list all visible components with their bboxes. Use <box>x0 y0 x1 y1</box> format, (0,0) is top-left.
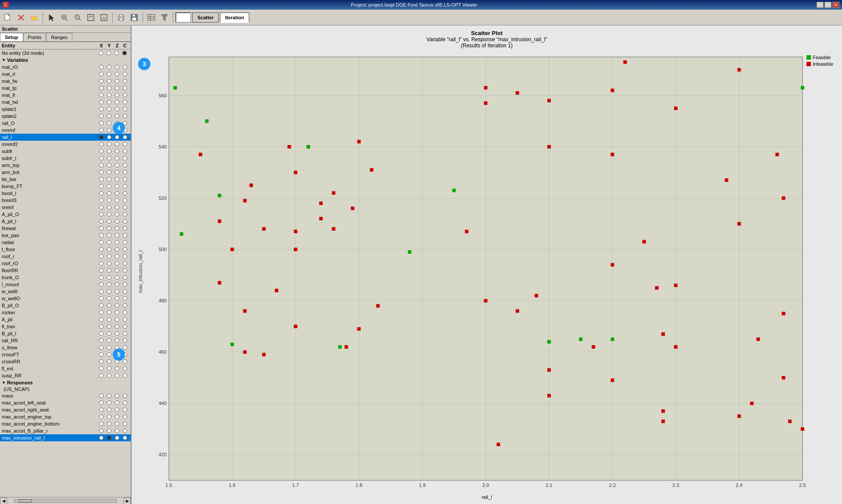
var-radio-z[interactable] <box>115 65 119 69</box>
var-radio-z[interactable] <box>115 107 119 111</box>
var-radio-z[interactable] <box>115 226 119 231</box>
var-radio-z[interactable] <box>115 198 119 202</box>
variable-row[interactable]: fl_ext <box>0 365 131 372</box>
var-radio-x[interactable] <box>99 226 103 231</box>
var-radio-y[interactable] <box>107 184 111 188</box>
scrollbar-handle[interactable] <box>19 500 32 502</box>
var-radio-y[interactable] <box>107 338 111 343</box>
variable-row[interactable]: sreinf <box>0 204 131 211</box>
response-row[interactable]: max_accel_engine_top <box>0 413 131 420</box>
var-radio-y[interactable] <box>107 107 111 111</box>
scroll-left-btn[interactable]: ◀ <box>0 497 7 504</box>
var-radio-z[interactable] <box>115 296 119 301</box>
var-radio-c[interactable] <box>123 205 127 209</box>
no-entity-radio-x[interactable] <box>99 51 103 55</box>
var-radio-c[interactable] <box>123 149 127 153</box>
response-row[interactable]: max_accel_B_pillar_r <box>0 427 131 434</box>
var-radio-x[interactable] <box>99 184 103 188</box>
resp-radio-z[interactable] <box>115 422 119 426</box>
resp-radio-c[interactable] <box>123 415 127 419</box>
var-radio-c[interactable] <box>123 86 127 90</box>
var-radio-y[interactable] <box>107 289 111 294</box>
var-radio-x[interactable] <box>99 240 103 245</box>
var-radio-z[interactable] <box>115 93 119 97</box>
var-radio-y[interactable] <box>107 324 111 329</box>
var-radio-y[interactable] <box>107 170 111 174</box>
var-radio-c[interactable] <box>123 191 127 195</box>
var-radio-x[interactable] <box>99 254 103 259</box>
var-radio-z[interactable] <box>115 268 119 273</box>
var-radio-x[interactable] <box>99 205 103 209</box>
no-entity-radio-c[interactable] <box>122 51 127 55</box>
var-radio-y[interactable] <box>107 135 111 139</box>
var-radio-x[interactable] <box>99 156 103 160</box>
var-radio-z[interactable] <box>115 177 119 181</box>
var-radio-y[interactable] <box>107 247 111 252</box>
var-radio-x[interactable] <box>99 366 103 371</box>
variable-row[interactable]: A_pil_l <box>0 218 131 225</box>
var-radio-c[interactable] <box>123 79 127 83</box>
variable-row[interactable]: bump_FT <box>0 183 131 190</box>
var-radio-z[interactable] <box>115 142 119 146</box>
var-radio-c[interactable] <box>123 212 127 217</box>
var-radio-z[interactable] <box>115 289 119 294</box>
resp-radio-y[interactable] <box>107 429 111 433</box>
var-radio-z[interactable] <box>115 310 119 315</box>
var-radio-x[interactable] <box>99 163 103 167</box>
var-radio-x[interactable] <box>99 128 103 132</box>
resp-radio-y[interactable] <box>107 394 111 398</box>
var-radio-c[interactable] <box>123 114 127 118</box>
var-radio-c[interactable] <box>123 310 127 315</box>
var-radio-c[interactable] <box>123 338 127 343</box>
var-radio-z[interactable] <box>115 135 119 139</box>
no-entity-radio-z[interactable] <box>114 51 119 55</box>
var-radio-c[interactable] <box>123 296 127 301</box>
var-radio-c[interactable] <box>123 303 127 308</box>
variable-row[interactable]: crossFT <box>0 351 131 358</box>
resp-radio-x[interactable] <box>99 436 103 440</box>
variable-row[interactable]: A_pil <box>0 316 131 323</box>
var-radio-y[interactable] <box>107 233 111 238</box>
var-radio-c[interactable] <box>123 226 127 231</box>
var-radio-z[interactable] <box>115 156 119 160</box>
var-radio-z[interactable] <box>115 275 119 280</box>
variable-row[interactable]: fl_tran <box>0 323 131 330</box>
var-radio-y[interactable] <box>107 212 111 217</box>
var-radio-y[interactable] <box>107 156 111 160</box>
resp-radio-x[interactable] <box>99 415 103 419</box>
var-radio-x[interactable] <box>99 310 103 315</box>
var-radio-x[interactable] <box>99 219 103 224</box>
var-radio-z[interactable] <box>115 219 119 224</box>
variable-row[interactable]: radiat <box>0 239 131 246</box>
resp-radio-x[interactable] <box>99 401 103 405</box>
var-radio-c[interactable] <box>123 254 127 259</box>
var-radio-x[interactable] <box>99 303 103 308</box>
var-radio-y[interactable] <box>107 275 111 280</box>
var-radio-c[interactable] <box>123 163 127 167</box>
var-radio-c[interactable] <box>123 100 127 104</box>
var-radio-z[interactable] <box>115 149 119 153</box>
var-radio-y[interactable] <box>107 261 111 266</box>
variable-row[interactable]: mat_hd <box>0 99 131 106</box>
var-radio-x[interactable] <box>99 261 103 266</box>
var-radio-z[interactable] <box>115 373 119 378</box>
print-button[interactable] <box>115 11 127 24</box>
var-radio-x[interactable] <box>99 296 103 301</box>
zoom-out-button[interactable] <box>71 11 84 24</box>
resp-radio-y[interactable] <box>107 401 111 405</box>
variable-row[interactable]: roof_rO <box>0 260 131 267</box>
var-radio-z[interactable] <box>115 366 119 371</box>
var-radio-x[interactable] <box>99 170 103 174</box>
iteration-tab-button[interactable]: Iteration <box>220 12 249 23</box>
var-radio-x[interactable] <box>99 93 103 97</box>
var-radio-c[interactable] <box>123 240 127 245</box>
var-radio-z[interactable] <box>115 331 119 336</box>
var-radio-x[interactable] <box>99 65 103 69</box>
var-radio-y[interactable] <box>107 149 111 153</box>
var-radio-c[interactable] <box>123 275 127 280</box>
close-file-button[interactable] <box>15 11 27 24</box>
var-radio-x[interactable] <box>99 198 103 202</box>
var-radio-x[interactable] <box>99 212 103 217</box>
var-radio-x[interactable] <box>99 135 103 139</box>
resp-radio-y[interactable] <box>107 415 111 419</box>
